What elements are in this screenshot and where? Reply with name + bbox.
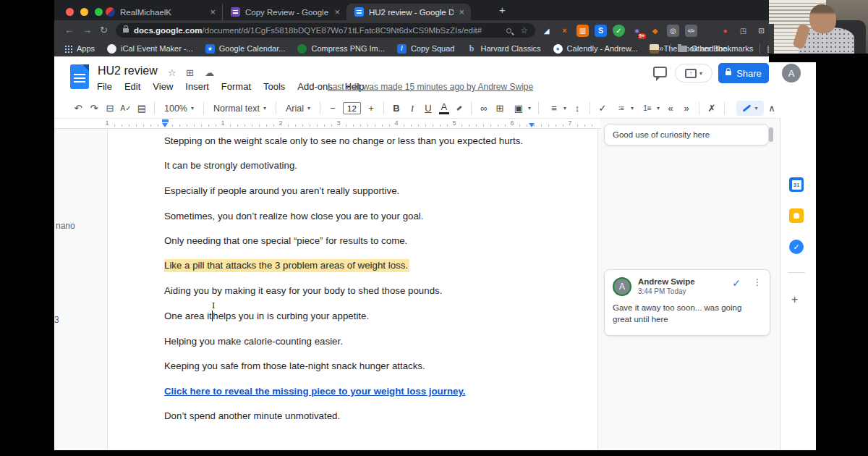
clear-formatting-icon[interactable]: ✗ (704, 101, 720, 116)
menu-file[interactable]: File (97, 81, 112, 92)
text-color-icon[interactable]: A (439, 102, 449, 114)
address-bar[interactable]: docs.google.com /document/d/1CgFs5818bDQ… (116, 23, 535, 38)
docs-logo-icon[interactable] (70, 64, 89, 89)
last-edit-link[interactable]: Last edit was made 15 minutes ago by And… (328, 82, 533, 92)
fox-extension-icon[interactable]: ◆ (649, 25, 661, 37)
paragraph[interactable]: Like a pill that attacks the 3 problem a… (164, 253, 587, 279)
compress-image-icon[interactable]: × (558, 25, 571, 37)
hyperlink-text[interactable]: Click here to reveal the missing piece t… (164, 386, 466, 397)
paragraph[interactable]: It can be strongly demotivating. (164, 153, 587, 179)
move-to-folder-icon[interactable]: ⊞ (186, 67, 194, 78)
print-icon[interactable]: ⊟ (102, 101, 118, 116)
paragraph[interactable]: One area it helps you in is curbing your… (164, 303, 587, 329)
back-icon[interactable]: ← (64, 25, 74, 35)
document-page[interactable]: Stepping on the weight scale only to see… (107, 129, 598, 450)
star-document-icon[interactable]: ☆ (168, 67, 176, 78)
bookmark-gcal[interactable]: Google Calendar... (205, 44, 286, 54)
editing-mode-button[interactable]: ▾ (736, 101, 764, 116)
flower-extension-icon[interactable]: ∗9+ (631, 25, 643, 37)
first-line-indent-marker[interactable] (162, 119, 169, 122)
bold-icon[interactable]: B (388, 101, 404, 116)
line-spacing-icon[interactable]: ↕ (569, 101, 585, 116)
paragraph[interactable]: Sometimes, you don’t realize how close y… (164, 203, 587, 229)
bookmark-harvard[interactable]: Harvard Classics (467, 44, 540, 54)
menu-insert[interactable]: Insert (185, 81, 209, 92)
add-addon-icon[interactable]: + (791, 293, 798, 306)
paragraph[interactable]: Only needing that one special “piece” fo… (164, 228, 587, 253)
undo-icon[interactable]: ↶ (70, 101, 86, 116)
bulleted-list[interactable]: ∶≡▾ (610, 101, 637, 116)
align[interactable]: ≡▾ (543, 101, 569, 116)
google-keep-icon[interactable] (789, 208, 804, 223)
share-button[interactable]: Share (718, 63, 769, 83)
font-size-decrease-icon[interactable]: − (325, 101, 341, 116)
insert-link-icon[interactable]: ∞ (476, 101, 492, 116)
document-title[interactable]: HU2 review (98, 64, 158, 77)
left-indent-marker[interactable] (162, 123, 168, 127)
font-size-increase-icon[interactable]: + (363, 101, 379, 116)
menu-view[interactable]: View (153, 81, 173, 92)
bookmark-calendly[interactable]: Calendly - Andrew... (553, 44, 638, 54)
close-window-button[interactable] (66, 8, 74, 16)
bookmark-compress[interactable]: Compress PNG Im... (297, 44, 384, 54)
bookmark-apps[interactable]: Apps (64, 44, 95, 53)
new-tab-button[interactable]: + (499, 4, 506, 16)
paragraph[interactable]: Helping you make calorie-counting easier… (164, 329, 587, 354)
browser-tab[interactable]: RealMichaelK× (98, 4, 222, 20)
adguard-shield-icon[interactable]: ✓ (613, 25, 625, 37)
close-tab-icon[interactable]: × (334, 7, 340, 17)
google-calendar-icon[interactable]: 31 (789, 177, 804, 192)
underline-icon[interactable]: U (420, 101, 436, 116)
styles-select[interactable]: Normal text▾ (208, 104, 271, 114)
paint-format-icon[interactable]: ▤ (134, 101, 150, 116)
forward-icon[interactable]: → (82, 25, 92, 35)
minimize-window-button[interactable] (80, 8, 88, 16)
paragraph[interactable]: Keeping you safe from those late-night s… (164, 353, 587, 379)
paragraph[interactable]: Click here to reveal the missing piece t… (164, 379, 587, 404)
bookmark-copysquad[interactable]: Copy Squad (397, 44, 455, 54)
extensions-puzzle-icon[interactable]: ◳ (737, 25, 749, 37)
comments-scrollbar-thumb[interactable] (769, 127, 773, 142)
redo-icon[interactable]: ↷ (86, 101, 102, 116)
numbered-list[interactable]: 1≡▾ (637, 101, 663, 116)
paragraph[interactable]: Especially if people around you aren’t r… (164, 178, 587, 203)
menu-format[interactable]: Format (221, 81, 251, 92)
paragraph[interactable]: Aiding you by making it easy for your bo… (164, 279, 587, 304)
snagit-icon[interactable]: S (595, 25, 607, 37)
brush-tool-icon[interactable]: ◢ (540, 25, 553, 37)
browser-tab[interactable]: HU2 review - Google Docs× (346, 4, 471, 20)
highlight-color-icon[interactable] (456, 106, 462, 111)
italic-icon[interactable]: I (404, 101, 420, 116)
google-tasks-icon[interactable]: ✓ (789, 240, 804, 254)
spelling-check-icon[interactable]: A✓ (118, 101, 134, 116)
record-indicator-icon[interactable]: ● (719, 25, 731, 37)
paragraph[interactable]: Don’t spend another minute unmotivated. (164, 404, 587, 429)
open-comments-icon[interactable] (653, 67, 667, 77)
increase-indent-icon[interactable]: » (678, 101, 694, 116)
code-extension-icon[interactable]: </> (685, 25, 697, 37)
zoom-select[interactable]: 100%▾ (159, 104, 199, 114)
cast-icon[interactable]: ⊡ (755, 25, 767, 37)
reload-icon[interactable]: ↻ (100, 25, 108, 35)
panels-extension-icon[interactable]: ▥ (576, 25, 589, 37)
comment-menu-icon[interactable]: ⋮ (753, 277, 762, 287)
bookmark-star-icon[interactable]: ☆ (520, 25, 528, 35)
font-select[interactable]: Arial▾ (281, 104, 315, 114)
add-comment-icon[interactable]: ⊞ (492, 101, 508, 116)
menu-tools[interactable]: Tools (263, 81, 285, 92)
close-tab-icon[interactable]: × (459, 7, 464, 17)
comment-card[interactable]: A Andrew Swipe 3:44 PM Today ✓ ⋮ Gave it… (604, 269, 770, 336)
bookmarks-overflow-icon[interactable]: » (659, 43, 664, 54)
checklist-icon[interactable]: ✓ (595, 101, 610, 116)
ruler[interactable]: 11234567 (54, 119, 600, 129)
account-avatar[interactable]: A (782, 64, 801, 83)
menu-edit[interactable]: Edit (124, 81, 140, 92)
other-bookmarks-button[interactable]: Other Bookmarks (678, 44, 754, 53)
insert-image[interactable]: ▣▾ (508, 101, 534, 116)
bookmark-ical[interactable]: iCal Event Maker -... (107, 44, 193, 54)
browser-tab[interactable]: Copy Review - Google Forms× (222, 4, 346, 20)
font-size-value[interactable]: 12 (343, 102, 361, 114)
screenshot-camera-icon[interactable]: ◎ (667, 25, 679, 37)
comment-card[interactable]: Good use of curiosity here (604, 124, 769, 145)
present-button[interactable]: ↑ ▾ (675, 64, 712, 83)
